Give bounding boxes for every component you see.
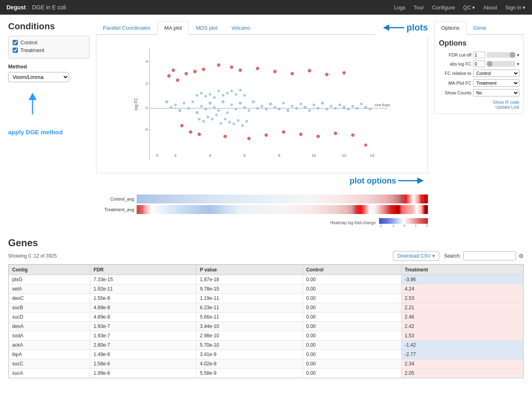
plots-label: plots — [406, 22, 428, 33]
svg-point-102 — [172, 68, 175, 72]
plot-options-label: plot options — [350, 176, 396, 186]
option-fc-relative-row: FC relative to Control Treatment — [439, 70, 519, 77]
apply-dge-annotation: apply DGE method — [8, 129, 63, 135]
cell-fdr: 7.33e-15 — [90, 275, 196, 284]
svg-point-82 — [207, 116, 209, 118]
tab-volcano[interactable]: Volcano — [225, 21, 257, 34]
svg-point-103 — [176, 79, 179, 82]
svg-point-56 — [282, 102, 285, 104]
logfc-dropdown[interactable]: ▾ — [517, 61, 519, 67]
fc-relative-select[interactable]: Control Treatment — [473, 70, 519, 77]
col-treatment: Treatment — [401, 265, 523, 275]
svg-point-53 — [269, 103, 272, 105]
cell-control: 0.00 — [303, 369, 401, 378]
heatmap-legend-label: Heatmap log-fold-change — [330, 221, 376, 225]
logfc-input[interactable] — [473, 61, 485, 67]
svg-point-105 — [185, 72, 188, 76]
svg-point-43 — [226, 111, 229, 114]
right-panel: Options Gene Options FDR cut-off ▾ abs l… — [434, 21, 524, 114]
method-select[interactable]: Voom/Limma DESeq2 edgeR — [8, 72, 69, 82]
svg-text:0: 0 — [156, 153, 158, 157]
heatmap-legend-bar — [379, 218, 428, 224]
table-row: ibpA 1.49e-6 3.41e-9 0.00 -2.77 — [9, 350, 523, 359]
cell-contig: sucC — [9, 359, 90, 369]
nav-configure[interactable]: Configure — [432, 4, 455, 11]
cell-treatment: -2.77 — [401, 350, 523, 359]
svg-point-109 — [202, 68, 205, 71]
tab-mds-plot[interactable]: MDS plot — [189, 21, 224, 34]
fdr-slider[interactable] — [487, 52, 515, 58]
svg-point-99 — [243, 94, 246, 96]
tab-parallel-coordinates[interactable]: Parallel Coordinates — [96, 21, 157, 34]
svg-point-64 — [317, 107, 319, 109]
tab-ma-plot[interactable]: MA plot — [157, 21, 189, 35]
options-tab-gene[interactable]: Gene — [467, 21, 493, 34]
nav-signin[interactable]: Sign in ▾ — [505, 4, 525, 11]
svg-point-76 — [369, 108, 371, 110]
conditions-box: Control Treatment — [8, 36, 89, 59]
heatmap-treatment-bar — [137, 205, 428, 214]
condition-treatment: Treatment — [13, 47, 85, 53]
show-counts-select[interactable]: No Yes — [473, 89, 519, 96]
fdr-input[interactable] — [473, 52, 485, 58]
cell-treatment: 1.53 — [401, 331, 523, 341]
table-row: sucD 4.89e-8 5.66e-11 0.00 2.46 — [9, 312, 523, 322]
cell-pvalue: 6.23e-11 — [196, 303, 303, 312]
svg-text:-2: -2 — [144, 127, 148, 131]
svg-point-71 — [347, 108, 349, 110]
svg-point-121 — [308, 69, 312, 72]
svg-point-81 — [205, 95, 207, 97]
svg-point-50 — [256, 107, 259, 109]
method-label: Method — [8, 63, 89, 70]
search-input[interactable] — [463, 251, 516, 260]
table-row: deoA 1.93e-7 3.44e-10 0.00 2.42 — [9, 322, 523, 331]
svg-text:2: 2 — [146, 81, 148, 85]
nav-tour[interactable]: Tour — [414, 4, 424, 11]
svg-point-94 — [233, 122, 235, 125]
nav-about[interactable]: About — [483, 4, 497, 11]
options-links: Show R code Update Link — [439, 100, 519, 109]
svg-point-122 — [316, 135, 320, 138]
logfc-slider[interactable] — [487, 61, 515, 67]
center-panel: Parallel Coordinates MA plot MDS plot Vo… — [96, 21, 428, 227]
cell-control: 0.00 — [303, 322, 401, 331]
svg-point-84 — [211, 118, 214, 120]
condition-treatment-checkbox[interactable] — [13, 48, 18, 53]
nav-qc[interactable]: QC ▾ — [463, 4, 475, 11]
condition-control-checkbox[interactable] — [13, 40, 18, 45]
svg-point-41 — [217, 109, 220, 111]
svg-point-34 — [187, 107, 190, 109]
apply-dge-arrow-icon — [24, 92, 41, 116]
ma-plot-container: log FC 4 2 0 -2 2 4 — [96, 35, 428, 173]
cell-pvalue: 3.44e-10 — [196, 322, 303, 331]
cell-treatment: 2.34 — [401, 359, 523, 369]
maplot-fc-select[interactable]: Control Treatment — [473, 79, 519, 87]
option-show-counts-row: Show Counts No Yes — [439, 89, 519, 96]
cell-contig: setA — [9, 284, 90, 294]
svg-text:6: 6 — [244, 153, 246, 157]
cell-treatment: 2.21 — [401, 303, 523, 312]
svg-point-55 — [278, 108, 280, 110]
download-csv-button[interactable]: Download CSV ▾ — [393, 251, 439, 261]
cell-contig: ptsG — [9, 275, 90, 284]
svg-marker-3 — [383, 24, 389, 31]
table-row: ackA 2.80e-7 5.70e-10 0.00 -1.42 — [9, 341, 523, 350]
settings-icon[interactable]: ⚙ — [519, 253, 524, 259]
option-logfc-row: abs log FC ▾ — [439, 61, 519, 67]
update-link[interactable]: Update Link — [439, 105, 519, 109]
nav-logs[interactable]: Logs — [394, 4, 406, 11]
cell-contig: deoC — [9, 294, 90, 303]
svg-point-97 — [239, 89, 242, 91]
search-label: Search: — [444, 253, 461, 259]
svg-point-65 — [321, 102, 324, 105]
options-tab-options[interactable]: Options — [434, 21, 467, 35]
show-r-code-link[interactable]: Show R code — [439, 100, 519, 105]
cell-fdr: 1.99e-6 — [90, 369, 196, 378]
options-tabs: Options Gene — [434, 21, 524, 35]
heatmap-row-treatment: Treatment_avg — [96, 205, 428, 214]
genes-title: Genes — [8, 237, 524, 249]
cell-treatment: -3.96 — [401, 275, 523, 284]
fdr-dropdown[interactable]: ▾ — [517, 52, 519, 58]
svg-point-89 — [222, 94, 224, 96]
svg-point-72 — [351, 105, 354, 107]
